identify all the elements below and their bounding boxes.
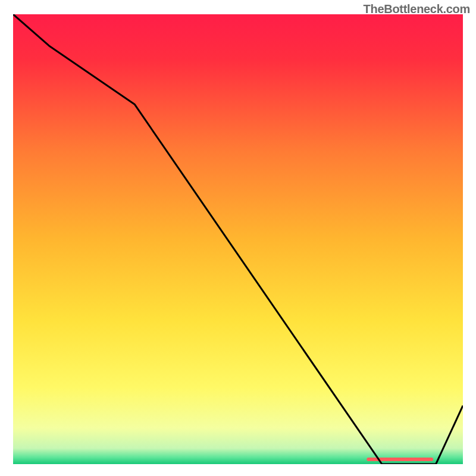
chart-container [13,14,463,464]
chart-background [13,14,463,464]
bottleneck-chart [13,14,463,464]
